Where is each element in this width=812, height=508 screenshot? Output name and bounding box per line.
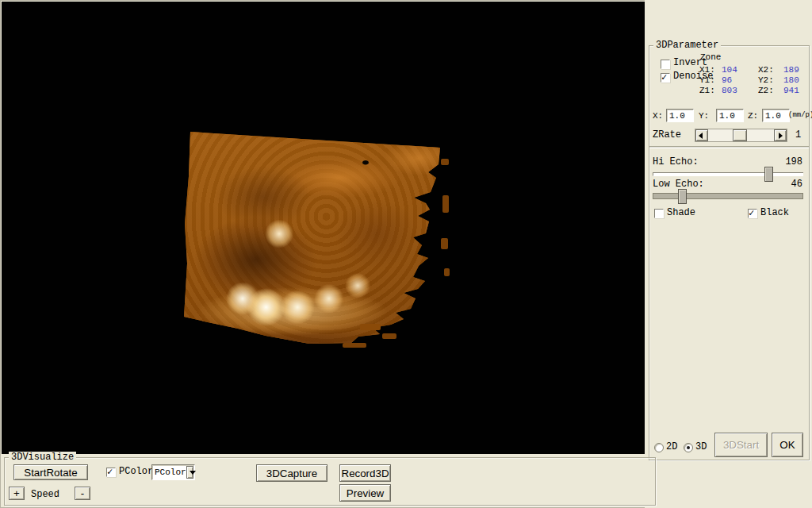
hi-echo-label: Hi Echo: — [653, 156, 699, 167]
zone-z2-value: 941 — [783, 86, 812, 96]
render-fragment — [441, 159, 449, 165]
low-echo-slider[interactable] — [653, 189, 803, 203]
zrate-scroll-right-button[interactable] — [774, 129, 787, 141]
mode-3d-radio[interactable] — [684, 443, 693, 452]
speed-label: Speed — [31, 489, 59, 500]
invert-checkbox[interactable] — [661, 60, 670, 69]
start-rotate-button[interactable]: StartRotate — [13, 464, 88, 480]
visualize-group-title: 3DVisualize — [9, 452, 76, 463]
low-echo-slider-track[interactable] — [653, 193, 803, 199]
zone-y2-value: 180 — [783, 75, 812, 86]
render-fragment — [343, 343, 366, 348]
scale-z-input[interactable] — [762, 109, 790, 122]
pcolor-dropdown[interactable]: PColor — [151, 464, 195, 480]
zone-y1-value: 96 — [722, 75, 758, 86]
app-window: 3DParameter Invert Denoise Zone X1: 104 … — [0, 0, 812, 508]
zone-x2-label: X2: — [758, 65, 783, 75]
black-checkbox-label[interactable]: Black — [760, 207, 789, 218]
black-checkbox[interactable] — [748, 209, 757, 218]
zone-x2-value: 189 — [783, 65, 812, 75]
control-panel: 3DParameter Invert Denoise Zone X1: 104 … — [645, 0, 812, 508]
low-echo-label: Low Echo: — [653, 179, 704, 190]
arrow-right-icon — [779, 133, 783, 139]
scale-y-label: Y: — [699, 111, 709, 121]
echo-groupbox: Hi Echo: 198 Low Echo: 46 Shade Black 2D… — [649, 146, 810, 460]
zrate-scrollbar-thumb[interactable] — [733, 129, 747, 141]
mode-3d-radio-label[interactable]: 3D — [695, 441, 707, 452]
render-fragment — [382, 333, 396, 339]
pcolor-checkbox[interactable] — [106, 468, 116, 477]
scale-z-label: Z: — [748, 111, 758, 121]
capture-3d-button[interactable]: 3DCapture — [256, 464, 327, 482]
scale-unit-label: (mm/p) — [788, 111, 812, 119]
record-3d-button[interactable]: Record3D — [339, 464, 391, 482]
pcolor-checkbox-label[interactable]: PColor — [119, 466, 153, 477]
parameter-group-title: 3DParameter — [653, 40, 721, 51]
zone-label: Zone — [700, 52, 721, 62]
render-fragment — [444, 268, 450, 276]
scale-x-input[interactable] — [666, 109, 694, 122]
mode-2d-radio[interactable] — [654, 443, 664, 452]
pcolor-dropdown-value[interactable]: PColor — [152, 468, 186, 477]
low-echo-slider-thumb[interactable] — [678, 189, 687, 204]
speed-plus-button[interactable]: + — [9, 487, 25, 500]
zone-z1-value: 803 — [722, 86, 758, 96]
ultrasound-volume-render[interactable] — [182, 130, 444, 346]
render-fragment — [360, 324, 381, 330]
render-fragment — [441, 238, 448, 249]
denoise-checkbox[interactable] — [661, 73, 670, 83]
visualize-groupbox: 3DVisualize StartRotate + Speed - PColor… — [4, 457, 656, 506]
chevron-down-icon — [190, 471, 196, 475]
arrow-left-icon — [699, 133, 703, 139]
hi-echo-value: 198 — [785, 156, 802, 167]
low-echo-value: 46 — [791, 179, 802, 190]
zone-x1-label: X1: — [699, 65, 722, 75]
scale-x-label: X: — [653, 111, 663, 121]
zone-coordinates: X1: 104 X2: 189 Y1: 96 Y2: 180 Z1: 803 Z… — [699, 65, 812, 96]
zrate-scroll-left-button[interactable] — [695, 129, 708, 141]
zone-x1-value: 104 — [722, 65, 758, 75]
start-3d-button: 3DStart — [714, 433, 768, 457]
zone-z2-label: Z2: — [758, 86, 783, 96]
preview-button[interactable]: Preview — [339, 484, 391, 502]
shade-checkbox-label[interactable]: Shade — [667, 207, 695, 218]
zone-y2-label: Y2: — [758, 75, 783, 86]
mode-2d-radio-label[interactable]: 2D — [666, 441, 677, 452]
speed-minus-button[interactable]: - — [75, 487, 90, 500]
render-viewport[interactable] — [2, 2, 645, 454]
zone-z1-label: Z1: — [699, 86, 722, 96]
render-fragment — [442, 195, 449, 213]
parameter-groupbox: 3DParameter Invert Denoise Zone X1: 104 … — [649, 45, 810, 148]
shade-checkbox[interactable] — [654, 209, 664, 218]
zrate-value: 1 — [795, 129, 801, 140]
scale-y-input[interactable] — [716, 109, 744, 122]
zrate-scrollbar[interactable] — [695, 129, 787, 142]
zrate-label: ZRate — [653, 129, 681, 140]
hi-echo-slider-track[interactable] — [653, 172, 803, 176]
hi-echo-slider-thumb[interactable] — [764, 167, 773, 182]
pcolor-dropdown-button[interactable] — [186, 466, 193, 479]
zone-y1-label: Y1: — [699, 75, 722, 86]
ok-button[interactable]: OK — [772, 433, 803, 457]
